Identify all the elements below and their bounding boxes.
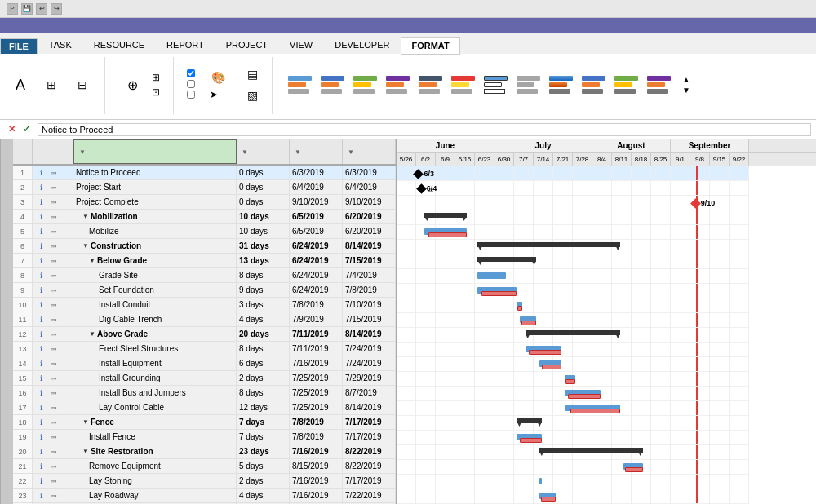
gantt-style-8[interactable] bbox=[514, 73, 545, 96]
table-row[interactable]: 16 ℹ ⇒ Install Bus and Jumpers 8 days 7/… bbox=[13, 386, 396, 400]
gantt-style-4[interactable] bbox=[384, 73, 415, 96]
task-name-cell[interactable]: Install Conduit bbox=[73, 298, 237, 312]
task-name-cell[interactable]: ▼ Fence bbox=[73, 415, 237, 429]
table-row[interactable]: 10 ℹ ⇒ Install Conduit 3 days 7/8/2019 7… bbox=[13, 298, 396, 312]
text-styles-button[interactable]: A bbox=[7, 73, 34, 97]
gridlines-button[interactable]: ⊞ bbox=[38, 73, 65, 97]
task-name-cell[interactable]: ▼ Mobilization bbox=[73, 210, 237, 223]
redo-icon[interactable]: ↪ bbox=[51, 3, 62, 15]
critical-tasks-input[interactable] bbox=[187, 69, 195, 77]
row-icons: ℹ ⇒ bbox=[33, 459, 73, 473]
gantt-milestone-label: 6/4 bbox=[427, 184, 437, 192]
column-settings-button[interactable]: ⊞ bbox=[149, 71, 165, 84]
gantt-style-11[interactable] bbox=[612, 73, 643, 96]
table-row[interactable]: 14 ℹ ⇒ Install Equipment 6 days 7/16/201… bbox=[13, 356, 396, 371]
task-name-cell[interactable]: Install Fence bbox=[73, 430, 237, 444]
task-name-cell[interactable]: Erect Steel Structures bbox=[73, 342, 237, 356]
formula-confirm-button[interactable]: ✓ bbox=[20, 123, 33, 136]
gantt-style-5[interactable] bbox=[416, 73, 447, 96]
table-row[interactable]: 7 ℹ ⇒ ▼ Below Grade 13 days 6/24/2019 7/… bbox=[13, 254, 396, 268]
table-row[interactable]: 11 ℹ ⇒ Dig Cable Trench 4 days 7/9/2019 … bbox=[13, 312, 396, 327]
task-name-cell[interactable]: Project Start bbox=[73, 180, 237, 194]
table-row[interactable]: 19 ℹ ⇒ Install Fence 7 days 7/8/2019 7/1… bbox=[13, 430, 396, 444]
undo-icon[interactable]: ↩ bbox=[36, 3, 47, 15]
task-name-cell[interactable]: ▼ Below Grade bbox=[73, 254, 237, 267]
task-name-cell[interactable]: Install Equipment bbox=[73, 356, 237, 370]
gantt-style-3[interactable] bbox=[351, 73, 382, 96]
table-row[interactable]: 4 ℹ ⇒ ▼ Mobilization 10 days 6/5/2019 6/… bbox=[13, 210, 396, 224]
task-name-cell[interactable]: Install Grounding bbox=[73, 371, 237, 385]
save-icon[interactable]: 💾 bbox=[21, 3, 33, 15]
custom-fields-button[interactable]: ⊡ bbox=[149, 86, 165, 99]
table-row[interactable]: 23 ℹ ⇒ Lay Roadway 4 days 7/16/2019 7/22… bbox=[13, 489, 396, 503]
tab-developer[interactable]: DEVELOPER bbox=[324, 36, 400, 54]
gantt-area: JuneJulyAugustSeptember5/266/26/96/166/2… bbox=[397, 139, 816, 504]
tab-task[interactable]: TASK bbox=[38, 36, 82, 54]
gantt-style-12[interactable] bbox=[645, 73, 676, 96]
tab-format[interactable]: FORMAT bbox=[401, 37, 459, 55]
formula-bar-input[interactable] bbox=[38, 123, 811, 136]
task-name-cell[interactable]: Dig Cable Trench bbox=[73, 312, 237, 326]
gantt-style-7[interactable] bbox=[481, 73, 512, 96]
table-row[interactable]: 13 ℹ ⇒ Erect Steel Structures 8 days 7/1… bbox=[13, 342, 396, 356]
table-row[interactable]: 5 ℹ ⇒ Mobilize 10 days 6/5/2019 6/20/201… bbox=[13, 224, 396, 239]
table-row[interactable]: 12 ℹ ⇒ ▼ Above Grade 20 days 7/11/2019 8… bbox=[13, 327, 396, 342]
task-name-cell[interactable]: ▼ Site Restoration bbox=[73, 444, 237, 458]
gantt-style-2[interactable] bbox=[318, 73, 349, 96]
gantt-style-scroll-up[interactable]: ▲ bbox=[682, 75, 690, 84]
start-cell: 7/25/2019 bbox=[290, 400, 343, 414]
row-icons: ℹ ⇒ bbox=[33, 180, 73, 194]
gantt-style-9[interactable] bbox=[547, 73, 578, 96]
formula-cancel-button[interactable]: ✕ bbox=[5, 123, 18, 136]
task-name-cell[interactable]: ▼ Above Grade bbox=[73, 327, 237, 341]
tab-resource[interactable]: RESOURCE bbox=[83, 36, 155, 54]
table-row[interactable]: 1 ℹ ⇒ Notice to Proceed 0 days 6/3/2019 … bbox=[13, 166, 396, 180]
task-name-cell[interactable]: Remove Equipment bbox=[73, 459, 237, 473]
tab-project[interactable]: PROJECT bbox=[215, 36, 278, 54]
tab-view[interactable]: VIEW bbox=[279, 36, 323, 54]
critical-tasks-checkbox[interactable] bbox=[187, 69, 197, 77]
slack-checkbox[interactable] bbox=[187, 80, 197, 88]
row-num: 23 bbox=[13, 489, 33, 502]
table-row[interactable]: 9 ℹ ⇒ Set Foundation 9 days 6/24/2019 7/… bbox=[13, 283, 396, 298]
task-name-cell[interactable]: Lay Stoning bbox=[73, 474, 237, 488]
insert-column-button[interactable]: ⊕ bbox=[118, 73, 146, 97]
task-path-button[interactable]: ➤ bbox=[207, 88, 231, 101]
tab-file[interactable]: FILE bbox=[0, 38, 38, 55]
layout-button[interactable]: ⊟ bbox=[69, 73, 96, 97]
late-tasks-checkbox[interactable] bbox=[187, 91, 197, 99]
col-header-taskname: ▼ bbox=[73, 139, 237, 164]
task-name-cell[interactable]: Install Bus and Jumpers bbox=[73, 386, 237, 400]
task-name-cell[interactable]: Lay Roadway bbox=[73, 489, 237, 502]
table-row[interactable]: 2 ℹ ⇒ Project Start 0 days 6/4/2019 6/4/… bbox=[13, 180, 396, 195]
table-row[interactable]: 17 ℹ ⇒ Lay Control Cable 12 days 7/25/20… bbox=[13, 400, 396, 415]
row-num: 13 bbox=[13, 342, 33, 356]
format-icon: 🎨 bbox=[211, 71, 225, 84]
tab-report[interactable]: REPORT bbox=[156, 36, 215, 54]
task-name-cell[interactable]: Set Foundation bbox=[73, 283, 237, 297]
task-name-cell[interactable]: Lay Control Cable bbox=[73, 400, 237, 414]
gantt-month-june: June bbox=[397, 139, 494, 152]
task-name-cell[interactable]: Grade Site bbox=[73, 268, 237, 282]
slack-input[interactable] bbox=[187, 80, 195, 88]
table-row[interactable]: 22 ℹ ⇒ Lay Stoning 2 days 7/16/2019 7/17… bbox=[13, 474, 396, 489]
task-name-cell[interactable]: Mobilize bbox=[73, 224, 237, 238]
table-row[interactable]: 8 ℹ ⇒ Grade Site 8 days 6/24/2019 7/4/20… bbox=[13, 268, 396, 283]
gantt-style-6[interactable] bbox=[449, 73, 480, 96]
baseline-button[interactable]: ▤ bbox=[241, 65, 264, 83]
task-name-cell[interactable]: Notice to Proceed bbox=[73, 166, 237, 179]
gantt-style-10[interactable] bbox=[579, 73, 610, 96]
format-button[interactable]: 🎨 bbox=[207, 69, 231, 86]
table-row[interactable]: 20 ℹ ⇒ ▼ Site Restoration 23 days 7/16/2… bbox=[13, 444, 396, 459]
gantt-style-scroll-down[interactable]: ▼ bbox=[682, 86, 690, 95]
gantt-style-1[interactable] bbox=[286, 73, 317, 96]
table-row[interactable]: 15 ℹ ⇒ Install Grounding 2 days 7/25/201… bbox=[13, 371, 396, 386]
late-tasks-input[interactable] bbox=[187, 91, 195, 99]
table-row[interactable]: 6 ℹ ⇒ ▼ Construction 31 days 6/24/2019 8… bbox=[13, 239, 396, 254]
table-row[interactable]: 18 ℹ ⇒ ▼ Fence 7 days 7/8/2019 7/17/2019 bbox=[13, 415, 396, 430]
task-name-cell[interactable]: Project Complete bbox=[73, 195, 237, 209]
table-row[interactable]: 21 ℹ ⇒ Remove Equipment 5 days 8/15/2019… bbox=[13, 459, 396, 474]
slippage-button[interactable]: ▧ bbox=[241, 86, 264, 104]
task-name-cell[interactable]: ▼ Construction bbox=[73, 239, 237, 253]
table-row[interactable]: 3 ℹ ⇒ Project Complete 0 days 9/10/2019 … bbox=[13, 195, 396, 210]
